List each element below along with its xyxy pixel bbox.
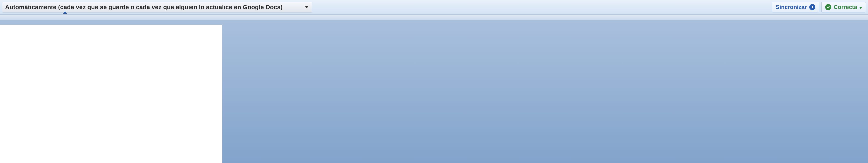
check-circle-icon [825,4,831,10]
chevron-down-icon [305,6,309,8]
synchronize-button[interactable]: Sincronizar [772,2,819,12]
document-canvas-area [0,20,868,163]
status-button[interactable]: Correcta [821,2,866,12]
svg-marker-3 [859,7,862,9]
toolbar: Automáticamente (cada vez que se guarde … [0,0,868,14]
synchronize-button-label: Sincronizar [776,4,807,10]
chevron-down-icon [859,4,862,10]
triangle-up-icon [63,11,67,14]
sync-mode-dropdown[interactable]: Automáticamente (cada vez que se guarde … [2,2,312,12]
document-page[interactable] [0,25,222,163]
svg-marker-0 [305,6,309,8]
upload-arrow-icon [809,4,815,10]
svg-marker-1 [63,11,67,14]
svg-marker-2 [811,6,813,8]
status-button-label: Correcta [834,4,857,10]
secondary-strip [0,15,868,20]
dropdown-selected-label: Automáticamente (cada vez que se guarde … [5,4,300,10]
